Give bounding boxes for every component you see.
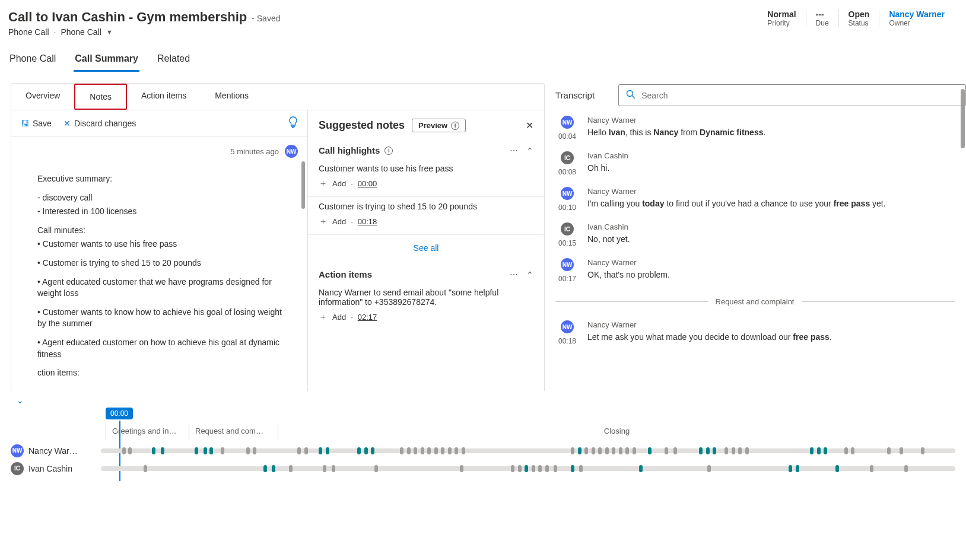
timeline-tick — [707, 465, 711, 472]
audio-track[interactable] — [101, 448, 955, 453]
transcript-row[interactable]: IC00:08Ivan CashinOh hi. — [555, 151, 954, 176]
add-button[interactable]: Add — [332, 313, 346, 322]
save-button[interactable]: 🖫 Save — [21, 119, 52, 128]
timeline-tick — [357, 447, 361, 454]
search-field[interactable] — [641, 91, 958, 100]
timeline-tick — [571, 465, 574, 472]
notes-editor[interactable]: Executive summary: - discovery call - In… — [11, 161, 307, 391]
svg-line-1 — [633, 96, 635, 99]
notes-line: - Interested in 100 licenses — [37, 206, 290, 218]
tab-notes[interactable]: Notes — [74, 84, 127, 110]
plus-icon[interactable]: ＋ — [319, 178, 328, 189]
timeline-tick — [870, 465, 873, 472]
playhead[interactable]: 00:00 — [106, 408, 133, 419]
segment-label[interactable]: Closing — [278, 424, 955, 440]
info-icon: i — [451, 122, 459, 130]
transcript-time: 00:08 — [558, 168, 576, 176]
tab-phone-call[interactable]: Phone Call — [8, 50, 57, 72]
scrollbar-thumb[interactable] — [301, 161, 305, 209]
separator-dot: · — [351, 313, 353, 322]
notes-bullet: • Agent educated customer on how to achi… — [37, 337, 290, 360]
audio-track[interactable] — [101, 466, 955, 471]
timeline-tick — [789, 465, 792, 472]
priority-value: Normal — [767, 9, 796, 19]
tab-action-items[interactable]: Action items — [127, 84, 201, 110]
timeline-tick — [732, 447, 735, 454]
timeline-tick — [441, 447, 444, 454]
transcript-row[interactable]: NW00:04Nancy WarnerHello Ivan, this is N… — [555, 116, 954, 141]
notes-heading: Executive summary: — [37, 173, 290, 185]
close-icon: ✕ — [63, 119, 71, 128]
timeline-tick — [817, 447, 821, 454]
action-item-text: Nancy Warner to send email about "some h… — [319, 288, 533, 307]
discard-button[interactable]: ✕ Discard changes — [63, 119, 136, 128]
timeline-tick — [518, 465, 522, 472]
add-button[interactable]: Add — [332, 217, 346, 226]
timeline-tick — [434, 447, 438, 454]
speaker-name: Nancy Warner — [587, 258, 954, 267]
segment-label[interactable]: Request and com… — [189, 424, 278, 440]
section-divider: Request and complaint — [555, 297, 954, 306]
timeline-tick — [738, 447, 742, 454]
timeline-tick — [713, 447, 716, 454]
breadcrumb-item[interactable]: Phone Call — [61, 27, 101, 37]
transcript-time: 00:15 — [558, 239, 576, 247]
timeline-tick — [427, 447, 431, 454]
tab-related[interactable]: Related — [156, 50, 191, 72]
info-icon[interactable]: i — [385, 147, 393, 155]
timeline-tick — [633, 447, 636, 454]
timeline-tick — [904, 465, 908, 472]
chevron-down-icon[interactable]: ▼ — [106, 28, 113, 36]
close-icon[interactable]: ✕ — [526, 120, 533, 131]
notes-heading: ction items: — [37, 367, 290, 379]
chevron-up-icon[interactable]: ⌃ — [526, 270, 533, 279]
search-icon — [626, 90, 635, 101]
header-meta: NormalPriority ---Due OpenStatus Nancy W… — [758, 9, 954, 27]
search-input[interactable] — [618, 84, 966, 106]
lightbulb-icon[interactable] — [288, 116, 298, 130]
avatar: IC — [561, 222, 574, 236]
timeline-tick — [144, 465, 147, 472]
preview-button[interactable]: Preview i — [412, 119, 466, 132]
owner-value[interactable]: Nancy Warner — [889, 9, 945, 19]
transcript-time: 00:17 — [558, 275, 576, 283]
see-all-link[interactable]: See all — [308, 235, 544, 261]
scrollbar-thumb[interactable] — [961, 89, 965, 148]
segment-label[interactable]: Greetings and in… — [106, 424, 189, 440]
timestamp-link[interactable]: 00:18 — [358, 217, 377, 226]
add-button[interactable]: Add — [332, 179, 346, 188]
tab-overview[interactable]: Overview — [11, 84, 74, 110]
timeline-tick — [263, 465, 267, 472]
timeline-tick — [209, 447, 213, 454]
timeline-tick — [374, 465, 378, 472]
segments: Greetings and in… Request and com… Closi… — [106, 424, 955, 440]
timestamp-link[interactable]: 02:17 — [358, 313, 377, 322]
timestamp-link[interactable]: 00:00 — [358, 179, 377, 188]
transcript-row[interactable]: IC00:15Ivan CashinNo, not yet. — [555, 222, 954, 247]
speaker-name: Nancy Warner — [587, 320, 954, 329]
plus-icon[interactable]: ＋ — [319, 311, 328, 323]
chevron-up-icon[interactable]: ⌃ — [526, 146, 533, 155]
transcript-row[interactable]: NW00:10Nancy WarnerI'm calling you today… — [555, 187, 954, 212]
notes-heading: Call minutes: — [37, 225, 290, 237]
transcript-row[interactable]: NW00:17Nancy WarnerOK, that's no problem… — [555, 258, 954, 283]
timeline-tick — [887, 447, 891, 454]
avatar: NW — [561, 258, 574, 271]
timeline-tick — [605, 447, 609, 454]
page-header: Call to Ivan Cashin - Gym membership - S… — [0, 0, 966, 42]
transcript-time: 00:10 — [558, 203, 576, 212]
more-icon[interactable]: ⋯ — [510, 270, 518, 279]
more-icon[interactable]: ⋯ — [510, 146, 518, 155]
transcript-row[interactable]: NW00:18Nancy WarnerLet me ask you what m… — [555, 320, 954, 345]
tab-mentions[interactable]: Mentions — [201, 84, 263, 110]
notes-bullet: • Customer wants to know how to achieve … — [37, 307, 290, 330]
chevron-down-icon[interactable]: ⌄ — [11, 393, 30, 408]
timeline-tick — [460, 465, 463, 472]
timeline-tick — [699, 447, 703, 454]
speaker-name: Nancy Warner — [587, 116, 954, 125]
timeline-tick — [448, 447, 452, 454]
avatar: NW — [561, 116, 574, 129]
call-highlights-title: Call highlights — [319, 145, 380, 155]
tab-call-summary[interactable]: Call Summary — [74, 50, 139, 72]
plus-icon[interactable]: ＋ — [319, 216, 328, 227]
